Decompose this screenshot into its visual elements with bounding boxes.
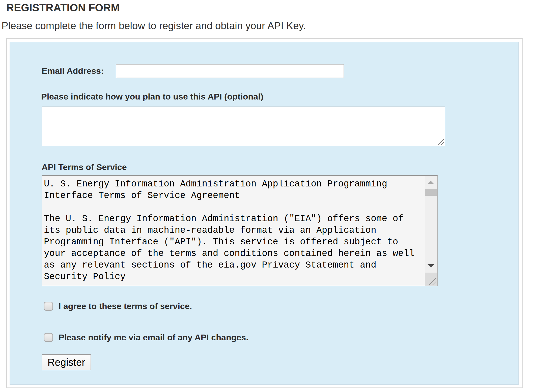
usage-textarea[interactable]	[42, 107, 445, 146]
email-input[interactable]	[116, 64, 344, 78]
terms-label: API Terms of Service	[42, 162, 127, 172]
resize-grip-icon	[425, 273, 437, 286]
page-title: REGISTRATION FORM	[6, 2, 120, 14]
terms-scrollbar[interactable]	[425, 176, 437, 273]
scroll-down-button[interactable]	[425, 261, 437, 273]
agree-checkbox[interactable]	[44, 302, 53, 311]
terms-resize-handle[interactable]	[425, 273, 437, 286]
form-container: Email Address: Please indicate how you p…	[6, 38, 523, 388]
page-subtitle: Please complete the form below to regist…	[2, 20, 306, 32]
resize-handle-icon[interactable]	[436, 137, 445, 146]
terms-textarea[interactable]: U. S. Energy Information Administration …	[42, 175, 438, 286]
registration-panel: Email Address: Please indicate how you p…	[10, 42, 519, 385]
notify-label[interactable]: Please notify me via email of any API ch…	[59, 332, 248, 343]
register-button[interactable]: Register	[42, 354, 91, 370]
notify-checkbox[interactable]	[44, 333, 53, 342]
scroll-up-button[interactable]	[425, 176, 437, 187]
email-label: Email Address:	[42, 66, 104, 76]
usage-label: Please indicate how you plan to use this…	[41, 91, 263, 102]
agree-label[interactable]: I agree to these terms of service.	[59, 301, 192, 311]
scroll-down-arrow-icon	[428, 264, 434, 268]
terms-text: U. S. Energy Information Administration …	[44, 178, 422, 283]
scroll-up-arrow-icon	[428, 181, 434, 184]
scrollbar-thumb[interactable]	[425, 189, 437, 196]
